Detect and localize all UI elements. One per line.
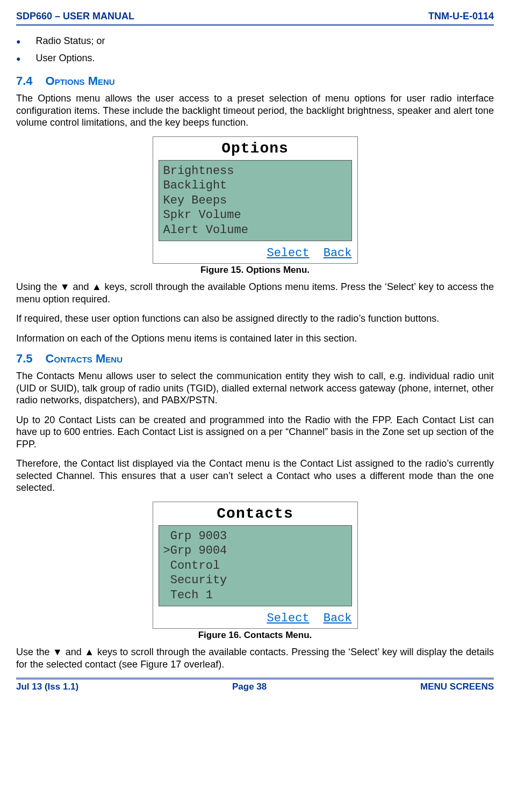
back-softkey[interactable]: Back: [324, 247, 352, 260]
softkey-bar: SelectBack: [159, 247, 352, 260]
contact-item[interactable]: Control: [163, 559, 347, 574]
contact-item[interactable]: Security: [163, 573, 347, 588]
paragraph: Therefore, the Contact list displayed vi…: [16, 458, 494, 494]
paragraph: Use the ▼ and ▲ keys to scroll through t…: [16, 646, 494, 670]
section-heading-7-4: 7.4Options Menu: [16, 74, 494, 88]
footer-left: Jul 13 (Iss 1.1): [16, 682, 78, 692]
paragraph: Information on each of the Options menu …: [16, 332, 494, 345]
figure-caption: Figure 15. Options Menu.: [16, 265, 494, 276]
section-title: Options Menu: [46, 74, 115, 88]
contacts-screen: Contacts Grp 9003 >Grp 9004 Control Secu…: [153, 502, 358, 629]
options-screen: Options Brightness Backlight Key Beeps S…: [153, 136, 358, 264]
bullet-text: User Options.: [35, 53, 95, 64]
menu-item-backlight[interactable]: Backlight: [163, 178, 347, 193]
select-softkey[interactable]: Select: [267, 247, 309, 260]
select-softkey[interactable]: Select: [267, 612, 309, 625]
back-softkey[interactable]: Back: [324, 612, 352, 625]
contacts-menu-list[interactable]: Grp 9003 >Grp 9004 Control Security Tech…: [159, 525, 352, 607]
list-item: ●Radio Status; or: [16, 35, 494, 47]
page-header: SDP660 – USER MANUAL TNM-U-E-0114: [16, 11, 494, 26]
section-heading-7-5: 7.5Contacts Menu: [16, 352, 494, 366]
section-number: 7.5: [16, 352, 33, 365]
paragraph: If required, these user option functions…: [16, 313, 494, 325]
figure-caption: Figure 16. Contacts Menu.: [16, 630, 494, 641]
bullet-icon: ●: [16, 53, 20, 64]
menu-item-alert-volume[interactable]: Alert Volume: [163, 223, 347, 238]
paragraph: The Contacts Menu allows user to select …: [16, 370, 494, 407]
paragraph: Using the ▼ and ▲ keys, scroll through t…: [16, 281, 494, 305]
menu-item-brightness[interactable]: Brightness: [163, 164, 347, 179]
screen-title: Contacts: [159, 505, 352, 522]
menu-item-key-beeps[interactable]: Key Beeps: [163, 193, 347, 208]
options-menu-list[interactable]: Brightness Backlight Key Beeps Spkr Volu…: [159, 160, 352, 242]
section-title: Contacts Menu: [46, 352, 123, 365]
page-footer: Jul 13 (Iss 1.1) Page 38 MENU SCREENS: [16, 678, 494, 692]
bullet-text: Radio Status; or: [35, 35, 105, 47]
bullet-list: ●Radio Status; or ●User Options.: [16, 35, 494, 64]
header-left: SDP660 – USER MANUAL: [16, 11, 134, 22]
header-right: TNM-U-E-0114: [428, 11, 494, 22]
contact-item-selected[interactable]: >Grp 9004: [163, 543, 347, 559]
footer-right: MENU SCREENS: [420, 682, 494, 692]
bullet-icon: ●: [16, 35, 20, 47]
softkey-bar: SelectBack: [159, 612, 352, 625]
paragraph: The Options menu allows the user access …: [16, 92, 494, 129]
screen-title: Options: [159, 140, 352, 157]
section-number: 7.4: [16, 74, 33, 88]
list-item: ●User Options.: [16, 53, 494, 64]
paragraph: Up to 20 Contact Lists can be created an…: [16, 414, 494, 451]
footer-center: Page 38: [232, 682, 267, 692]
contact-item[interactable]: Grp 9003: [163, 529, 347, 544]
menu-item-spkr-volume[interactable]: Spkr Volume: [163, 208, 347, 223]
contact-item[interactable]: Tech 1: [163, 588, 347, 603]
